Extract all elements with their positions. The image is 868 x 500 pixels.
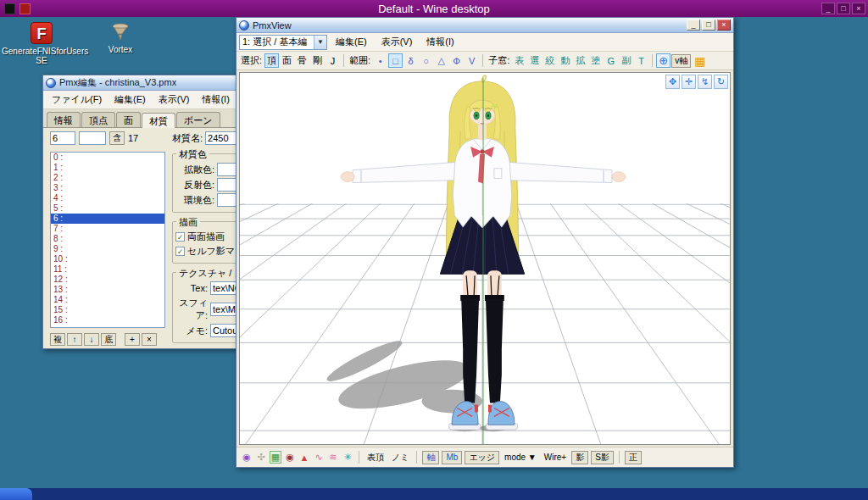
material-list-item[interactable]: 15 : <box>51 305 164 315</box>
material-list-item[interactable]: 5 : <box>51 203 164 214</box>
edge-toggle-button[interactable]: エッジ <box>465 451 499 464</box>
rotate-view-button[interactable]: ↻ <box>714 75 728 89</box>
viewport-3d[interactable]: ✥ ✛ ↯ ↻ <box>239 72 731 445</box>
delete-material-button[interactable]: × <box>142 333 157 346</box>
material-list-item[interactable]: 1 : <box>51 163 164 173</box>
view-window-titlebar[interactable]: PmxView _ □ × <box>236 18 733 33</box>
self-shadow-toggle-button[interactable]: S影 <box>591 451 614 464</box>
asterisk-icon[interactable]: ✳ <box>342 452 353 463</box>
desktop-close-button[interactable]: × <box>852 3 865 14</box>
range-rect-button[interactable]: □ <box>388 53 403 68</box>
material-filter-input[interactable] <box>79 131 106 145</box>
ortho-toggle-button[interactable]: 正 <box>625 451 642 464</box>
material-list-item[interactable]: 14 : <box>51 295 164 305</box>
wave-icon[interactable]: ∿ <box>313 452 325 463</box>
pan-view-button[interactable]: ✥ <box>665 75 680 89</box>
child-filter-button[interactable]: 絞 <box>542 53 557 68</box>
material-list-item[interactable]: 9 : <box>51 244 164 254</box>
desktop-app-icon[interactable] <box>19 3 31 14</box>
child-select-button[interactable]: 選 <box>527 53 542 68</box>
child-sub-button[interactable]: 副 <box>619 53 633 68</box>
triangle-icon[interactable]: ▲ <box>298 453 310 463</box>
tab-vertex[interactable]: 頂点 <box>81 112 115 127</box>
material-index-input[interactable] <box>50 131 75 145</box>
child-expand-button[interactable]: 拡 <box>573 53 587 68</box>
desktop-icon-vortex[interactable]: Vortex <box>86 22 154 54</box>
view-menu-edit[interactable]: 編集(E) <box>330 34 373 50</box>
edit-menu-info[interactable]: 情報(I) <box>196 92 235 108</box>
material-list[interactable]: 0 : 1 : 2 : 3 : 4 : 5 : 6 : 7 : 8 : 9 : … <box>50 152 165 328</box>
view-menu-info[interactable]: 情報(I) <box>420 34 459 50</box>
normal-toggle[interactable]: ノミ <box>389 450 411 465</box>
material-list-item[interactable]: 16 : <box>51 315 164 325</box>
child-paint-button[interactable]: 塗 <box>588 53 603 68</box>
material-list-item[interactable]: 7 : <box>51 224 164 234</box>
self-shadow-checkbox[interactable]: ✓ <box>175 247 185 256</box>
lightning-icon[interactable]: ↯ <box>698 75 712 89</box>
material-list-item[interactable]: 11 : <box>51 264 164 275</box>
view-close-button[interactable]: × <box>717 19 731 31</box>
include-toggle-button[interactable]: 含 <box>109 131 125 145</box>
edit-menu-view[interactable]: 表示(V) <box>153 92 196 108</box>
mb-toggle-button[interactable]: Mb <box>442 451 462 464</box>
start-button[interactable] <box>0 488 32 500</box>
material-list-item[interactable]: 13 : <box>51 285 164 295</box>
tab-material[interactable]: 材質 <box>142 113 175 128</box>
material-list-item[interactable]: 12 : <box>51 275 164 285</box>
select-circle-icon[interactable]: ◉ <box>241 452 253 463</box>
desktop-minimize-button[interactable]: _ <box>821 3 835 14</box>
desktop-menu-icon[interactable] <box>4 3 15 14</box>
wire-dropdown[interactable]: Wire+ <box>542 451 569 464</box>
material-list-item[interactable]: 0 : <box>51 153 164 163</box>
grid-icon[interactable]: ▦ <box>694 54 705 68</box>
duplicate-material-button[interactable]: 複 <box>50 333 65 346</box>
tab-info[interactable]: 情報 <box>47 112 81 127</box>
select-bone-button[interactable]: 骨 <box>295 53 309 68</box>
material-list-item[interactable]: 2 : <box>51 173 164 183</box>
v-axis-button[interactable]: v軸 <box>671 54 691 68</box>
chevron-down-icon[interactable]: ▼ <box>314 36 326 49</box>
crosshair-icon[interactable]: ⊕ <box>656 53 670 68</box>
range-lasso-button[interactable]: δ <box>403 53 418 68</box>
move-up-button[interactable]: ↑ <box>67 333 82 346</box>
front-vertex-toggle[interactable]: 表頂 <box>364 450 387 465</box>
edit-menu-file[interactable]: ファイル(F) <box>46 92 108 108</box>
select-vertex-button[interactable]: 頂 <box>264 53 279 68</box>
hand-tool-icon[interactable]: ✣ <box>255 452 267 463</box>
child-table-button[interactable]: 表 <box>512 53 526 68</box>
mode-dropdown[interactable]: mode ▼ <box>502 451 539 464</box>
move-bottom-button[interactable]: 底 <box>101 333 116 346</box>
add-material-button[interactable]: + <box>125 333 140 346</box>
tab-bone[interactable]: ボーン <box>176 112 220 127</box>
range-phi-button[interactable]: Φ <box>449 53 464 68</box>
view-menu-view[interactable]: 表示(V) <box>376 34 419 50</box>
range-v-button[interactable]: V <box>465 53 479 68</box>
range-triangle-button[interactable]: △ <box>434 53 448 68</box>
axis-toggle-button[interactable]: 軸 <box>422 451 439 464</box>
child-g-button[interactable]: G <box>604 53 618 68</box>
material-list-item[interactable]: 4 : <box>51 193 164 203</box>
range-point-button[interactable]: • <box>373 53 387 68</box>
material-list-item[interactable]: 10 : <box>51 254 164 264</box>
desktop-icon-fnis[interactable]: F GenerateFNISforUsers SE <box>2 22 81 65</box>
material-list-item-selected[interactable]: 6 : <box>51 214 164 224</box>
edit-mode-select[interactable]: 1: 選択 / 基本編 ▼ <box>239 35 327 50</box>
edit-menu-edit[interactable]: 編集(E) <box>108 92 152 108</box>
desktop-maximize-button[interactable]: □ <box>837 3 850 14</box>
select-face-button[interactable]: 面 <box>280 53 294 68</box>
double-sided-checkbox[interactable]: ✓ <box>175 232 185 242</box>
child-motion-button[interactable]: 動 <box>558 53 572 68</box>
range-circle-button[interactable]: ○ <box>419 53 433 68</box>
waves-icon[interactable]: ≋ <box>327 452 339 463</box>
shadow-toggle-button[interactable]: 影 <box>571 451 588 464</box>
material-list-item[interactable]: 8 : <box>51 234 164 244</box>
select-rigid-button[interactable]: 剛 <box>310 53 325 68</box>
child-t-button[interactable]: T <box>634 53 648 68</box>
material-list-item[interactable]: 3 : <box>51 183 164 193</box>
tab-face[interactable]: 面 <box>116 112 141 127</box>
move-view-button[interactable]: ✛ <box>682 75 696 89</box>
dot-red-icon[interactable]: ◉ <box>284 452 296 463</box>
select-joint-button[interactable]: J <box>326 53 340 68</box>
move-down-button[interactable]: ↓ <box>84 333 99 346</box>
grid-green-icon[interactable]: ▦ <box>270 451 281 464</box>
